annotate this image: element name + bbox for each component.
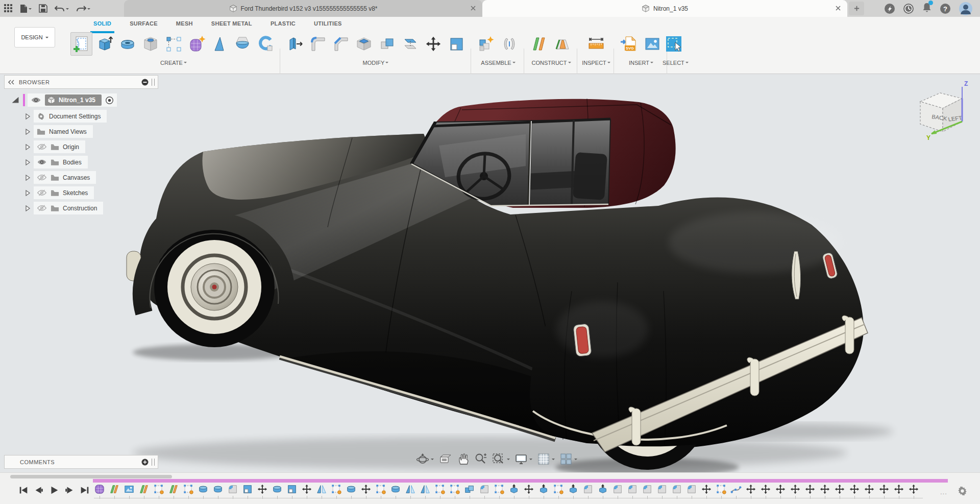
- timeline-feature-move-icon[interactable]: [360, 484, 372, 495]
- timeline-feature-sketch-icon[interactable]: [183, 484, 194, 495]
- extensions-icon[interactable]: [884, 3, 895, 14]
- expand-arrow-icon[interactable]: [24, 190, 31, 196]
- timeline-feature-fillet-icon[interactable]: [582, 484, 594, 495]
- timeline-feature-extrude-icon[interactable]: [538, 484, 549, 495]
- orbit-button[interactable]: [416, 452, 434, 466]
- step-forward-button[interactable]: [63, 484, 76, 496]
- timeline-feature-sketch-icon[interactable]: [449, 484, 460, 495]
- expand-arrow-icon[interactable]: [24, 129, 31, 135]
- browser-item-root[interactable]: Nitron_1 v35: [4, 93, 158, 107]
- activate-radio-icon[interactable]: [105, 96, 114, 105]
- canvas-button[interactable]: [641, 32, 664, 56]
- add-comment-icon[interactable]: [141, 459, 149, 466]
- timeline-feature-replace-face-icon[interactable]: [242, 484, 253, 495]
- layout-grid-button[interactable]: [537, 452, 555, 466]
- extrude-button[interactable]: [93, 32, 115, 56]
- form-button[interactable]: [186, 32, 208, 56]
- visibility-eye-off-icon[interactable]: [37, 205, 47, 211]
- replace-face-button[interactable]: [446, 32, 468, 56]
- timeline-feature-sketch-icon[interactable]: [716, 484, 727, 495]
- timeline-feature-sketch-icon[interactable]: [494, 484, 505, 495]
- ribbon-tab-surface[interactable]: SURFACE: [120, 18, 167, 29]
- help-icon[interactable]: ?: [940, 3, 951, 14]
- midplane-button[interactable]: [551, 32, 574, 56]
- view-cube[interactable]: BACK LEFT Z Y: [911, 77, 975, 145]
- timeline-feature-fillet-icon[interactable]: [686, 484, 697, 495]
- timeline-feature-move-icon[interactable]: [257, 484, 268, 495]
- timeline-feature-move-icon[interactable]: [834, 484, 845, 495]
- loft-button[interactable]: [232, 32, 254, 56]
- hole-button[interactable]: [139, 32, 161, 56]
- timeline-feature-revolve-icon[interactable]: [198, 484, 209, 495]
- group-label-insert[interactable]: INSERT: [618, 60, 665, 66]
- expand-arrow-icon[interactable]: [24, 205, 31, 211]
- group-label-assemble[interactable]: ASSEMBLE: [475, 60, 522, 66]
- job-status-icon[interactable]: [903, 3, 914, 14]
- timeline-settings-gear-icon[interactable]: [958, 486, 967, 498]
- timeline-feature-move-icon[interactable]: [523, 484, 534, 495]
- chevron-down-icon[interactable]: [529, 459, 532, 462]
- timeline-feature-spline-icon[interactable]: [730, 484, 742, 495]
- panel-grip[interactable]: [152, 459, 155, 466]
- timeline-feature-move-icon[interactable]: [908, 484, 919, 495]
- combine-button[interactable]: [376, 32, 398, 56]
- zoom-fit-button[interactable]: [492, 452, 510, 466]
- timeline-feature-sketch-icon[interactable]: [434, 484, 446, 495]
- timeline-feature-fillet-icon[interactable]: [227, 484, 238, 495]
- timeline-feature-fillet-icon[interactable]: [671, 484, 682, 495]
- measure-button[interactable]: [585, 32, 607, 56]
- offset-face-button[interactable]: [399, 32, 421, 56]
- app-grid-icon[interactable]: [4, 4, 13, 13]
- visibility-eye-off-icon[interactable]: [37, 174, 47, 181]
- timeline-feature-move-icon[interactable]: [301, 484, 312, 495]
- create-sketch-button[interactable]: [70, 32, 92, 56]
- timeline-feature-fillet-icon[interactable]: [627, 484, 638, 495]
- timeline-feature-revolve-icon[interactable]: [390, 484, 401, 495]
- pattern-button[interactable]: [162, 32, 184, 56]
- timeline-feature-mirror-icon[interactable]: [405, 484, 416, 495]
- chamfer-button[interactable]: [330, 32, 352, 56]
- timeline-feature-move-icon[interactable]: [864, 484, 875, 495]
- timeline-feature-sketch-icon[interactable]: [553, 484, 564, 495]
- timeline-feature-sketch-icon[interactable]: [375, 484, 386, 495]
- timeline-feature-extrude-icon[interactable]: [568, 484, 579, 495]
- group-label-construct[interactable]: CONSTRUCT: [528, 60, 575, 66]
- step-back-button[interactable]: [33, 484, 45, 496]
- draft-button[interactable]: [209, 32, 231, 56]
- timeline-feature-fillet-icon[interactable]: [656, 484, 668, 495]
- timeline-feature-plane-icon[interactable]: [109, 484, 120, 495]
- move-copy-button[interactable]: [423, 32, 445, 56]
- new-component-button[interactable]: [475, 32, 497, 56]
- document-tab-nitron[interactable]: Nitron_1 v35: [482, 0, 847, 17]
- undo-button[interactable]: [55, 5, 69, 13]
- go-to-start-button[interactable]: [17, 484, 30, 496]
- timeline-feature-canvas-icon[interactable]: [124, 484, 135, 495]
- panel-grip[interactable]: [152, 79, 155, 86]
- ribbon-tab-utilities[interactable]: UTILITIES: [305, 18, 351, 29]
- group-label-select[interactable]: SELECT: [663, 60, 685, 66]
- timeline-feature-form-icon[interactable]: [94, 484, 105, 495]
- timeline-feature-move-icon[interactable]: [745, 484, 756, 495]
- timeline-feature-move-icon[interactable]: [878, 484, 890, 495]
- chevron-down-icon[interactable]: [574, 459, 577, 462]
- collapse-left-icon[interactable]: [8, 80, 15, 85]
- save-button[interactable]: [39, 4, 47, 13]
- timeline-feature-combine-icon[interactable]: [464, 484, 475, 495]
- browser-item-origin[interactable]: Origin: [4, 140, 158, 153]
- timeline-feature-fillet-icon[interactable]: [612, 484, 623, 495]
- timeline-feature-move-icon[interactable]: [760, 484, 771, 495]
- timeline-feature-move-icon[interactable]: [804, 484, 816, 495]
- group-label-modify[interactable]: MODIFY: [284, 60, 468, 66]
- timeline-feature-sketch-icon[interactable]: [331, 484, 342, 495]
- ribbon-tab-sheet-metal[interactable]: SHEET METAL: [202, 18, 261, 29]
- timeline-feature-revolve-icon[interactable]: [272, 484, 283, 495]
- look-at-button[interactable]: [438, 452, 452, 466]
- comments-header[interactable]: COMMENTS: [4, 455, 158, 469]
- timeline-feature-move-icon[interactable]: [775, 484, 786, 495]
- offset-plane-button[interactable]: [528, 32, 550, 56]
- timeline-feature-plane-icon[interactable]: [138, 484, 150, 495]
- timeline-feature-fillet-icon[interactable]: [479, 484, 490, 495]
- display-settings-button[interactable]: [514, 452, 532, 466]
- expand-arrow-icon[interactable]: [24, 113, 31, 119]
- close-icon[interactable]: [470, 5, 476, 13]
